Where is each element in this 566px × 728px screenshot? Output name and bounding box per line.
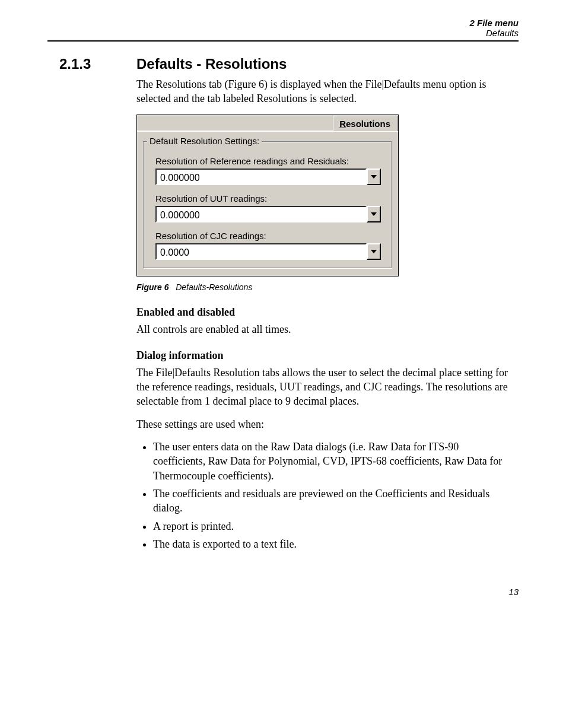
section-title: Defaults - Resolutions (136, 56, 287, 72)
svg-marker-2 (371, 250, 377, 253)
chevron-down-icon[interactable] (367, 243, 381, 260)
list-item: The data is exported to a text file. (153, 537, 510, 551)
svg-marker-1 (371, 212, 377, 216)
field-label-cjc: Resolution of CJC readings: (155, 231, 383, 241)
figure-caption: Figure 6 Defaults-Resolutions (136, 282, 510, 292)
figure-6: Resolutions Default Resolution Settings:… (136, 115, 510, 276)
tab-label-rest: esolutions (346, 119, 390, 129)
dialog-body: Default Resolution Settings: Resolution … (137, 131, 398, 276)
field-label-reference: Resolution of Reference readings and Res… (155, 156, 383, 166)
list-item: The user enters data on the Raw Data dia… (153, 440, 510, 483)
running-header: 2 File menu Defaults (47, 18, 519, 38)
tab-strip: Resolutions (137, 115, 398, 131)
resolutions-dialog: Resolutions Default Resolution Settings:… (136, 115, 399, 276)
figure-title: Defaults-Resolutions (176, 282, 252, 292)
field-label-uut: Resolution of UUT readings: (155, 193, 383, 204)
list-item: A report is printed. (153, 519, 510, 533)
header-line-1: 2 File menu (47, 18, 519, 28)
tab-mnemonic: R (339, 119, 346, 129)
settings-lead: These settings are used when: (136, 417, 510, 431)
chevron-down-icon[interactable] (367, 206, 381, 222)
header-rule (47, 40, 519, 42)
enabled-text: All controls are enabled at all times. (136, 322, 510, 336)
settings-list: The user enters data on the Raw Data dia… (153, 440, 510, 551)
dialog-info-text: The File|Defaults Resolution tabs allows… (136, 365, 510, 409)
header-line-2: Defaults (47, 28, 519, 38)
list-item: The coefficients and residuals are previ… (153, 487, 510, 516)
svg-marker-0 (371, 175, 377, 179)
enabled-heading: Enabled and disabled (136, 306, 510, 319)
chevron-down-icon[interactable] (367, 169, 381, 185)
intro-paragraph: The Resolutions tab (Figure 6) is displa… (136, 77, 510, 106)
uut-resolution-combo[interactable]: 0.000000 (155, 206, 381, 222)
page-number: 13 (47, 587, 519, 597)
figure-number: Figure 6 (136, 282, 168, 292)
tab-resolutions[interactable]: Resolutions (333, 116, 398, 131)
reference-resolution-combo[interactable]: 0.000000 (155, 169, 381, 185)
uut-resolution-value[interactable]: 0.000000 (155, 206, 367, 222)
section-number: 2.1.3 (47, 56, 136, 72)
cjc-resolution-combo[interactable]: 0.0000 (155, 243, 381, 260)
section-heading: 2.1.3 Defaults - Resolutions (47, 56, 519, 72)
dialog-info-heading: Dialog information (136, 349, 510, 362)
reference-resolution-value[interactable]: 0.000000 (155, 169, 367, 185)
cjc-resolution-value[interactable]: 0.0000 (155, 243, 367, 260)
default-resolution-group: Default Resolution Settings: Resolution … (143, 141, 392, 269)
group-title: Default Resolution Settings: (147, 136, 262, 146)
